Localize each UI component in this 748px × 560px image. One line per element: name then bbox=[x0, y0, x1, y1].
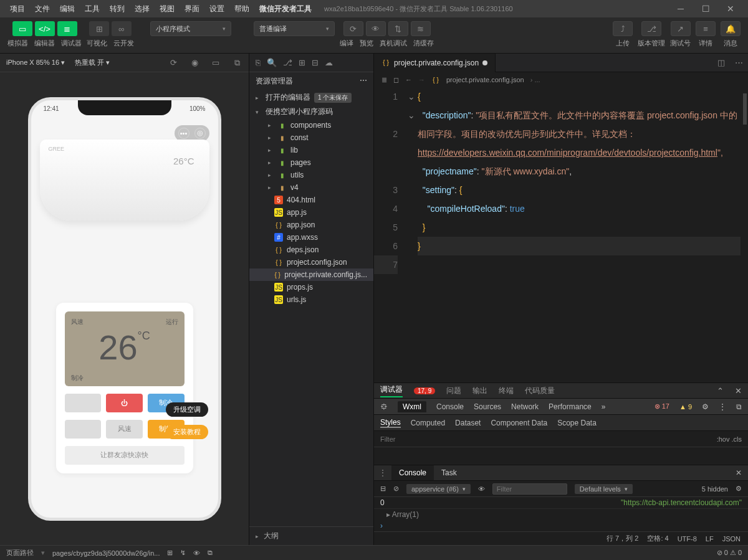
menu-project[interactable]: 项目 bbox=[5, 0, 30, 17]
remote-blank2-button[interactable] bbox=[65, 420, 102, 439]
menu-wechat-devtools[interactable]: 微信开发者工具 bbox=[254, 0, 317, 17]
language-mode[interactable]: JSON bbox=[722, 535, 741, 543]
devtools-close-icon[interactable]: ✕ bbox=[735, 386, 742, 396]
menu-help[interactable]: 帮助 bbox=[229, 0, 254, 17]
file-project-private-config[interactable]: { }project.private.config.js... bbox=[249, 268, 373, 281]
menu-ui[interactable]: 界面 bbox=[180, 0, 204, 17]
remote-power-button[interactable]: ⏻ bbox=[106, 394, 143, 412]
page-path[interactable]: pages/cbygz9da3j50000dw26g/in... bbox=[52, 549, 160, 557]
status-icon-3[interactable]: 👁 bbox=[193, 549, 200, 557]
stylestab-scopedata[interactable]: Scope Data bbox=[557, 419, 597, 427]
console-prompt[interactable]: › bbox=[374, 520, 748, 531]
console-hidden-count[interactable]: 5 hidden bbox=[702, 485, 728, 493]
consoletab-console[interactable]: Console bbox=[391, 465, 434, 480]
code-editor[interactable]: 1 2 34567 ⌄⌄ { "description": "项目私有配置文件。… bbox=[374, 87, 748, 382]
file-urls-js[interactable]: JSurls.js bbox=[249, 293, 373, 306]
file-404-html[interactable]: 5404.html bbox=[249, 194, 373, 206]
ext2-icon[interactable]: ⊟ bbox=[312, 58, 319, 67]
bc-back-icon[interactable]: ← bbox=[405, 76, 412, 83]
device-selector[interactable]: iPhone X 85% 16 ▾ bbox=[6, 59, 65, 67]
console-clear-icon[interactable]: ⊘ bbox=[393, 485, 399, 493]
console-more-icon[interactable]: ⋮ bbox=[374, 468, 391, 477]
explorer-icon[interactable]: ⎘ bbox=[256, 58, 261, 67]
compile-dropdown[interactable]: 普通编译▾ bbox=[254, 21, 335, 36]
inspect-icon[interactable]: ⯐ bbox=[380, 402, 388, 411]
chrometab-network[interactable]: Network bbox=[511, 402, 539, 411]
stylestab-computed[interactable]: Computed bbox=[411, 419, 445, 427]
simulator-button[interactable]: ▭ bbox=[12, 21, 32, 36]
consoletab-task[interactable]: Task bbox=[434, 465, 464, 480]
menu-goto[interactable]: 转到 bbox=[105, 0, 130, 17]
console-sidebar-icon[interactable]: ⊟ bbox=[380, 485, 386, 493]
detail-button[interactable]: ≡ bbox=[696, 21, 716, 36]
upgrade-pill[interactable]: 升级空调 bbox=[166, 402, 208, 417]
remote-blank-button[interactable] bbox=[65, 394, 102, 412]
menu-view[interactable]: 视图 bbox=[155, 0, 180, 17]
remote-wind-button[interactable]: 风速 bbox=[106, 420, 143, 439]
project-root[interactable]: ▾便携空调小程序源码 bbox=[249, 105, 373, 119]
devtab-debugger[interactable]: 调试器 bbox=[380, 384, 403, 397]
folder-pages[interactable]: ▸▮pages bbox=[249, 156, 373, 169]
devtab-problems[interactable]: 问题 bbox=[446, 386, 461, 396]
menu-select[interactable]: 选择 bbox=[130, 0, 155, 17]
stylestab-componentdata[interactable]: Component Data bbox=[491, 419, 547, 427]
file-deps-json[interactable]: { }deps.json bbox=[249, 244, 373, 256]
file-props-js[interactable]: JSprops.js bbox=[249, 281, 373, 293]
problems-summary[interactable]: ⊘ 0 ⚠ 0 bbox=[717, 549, 742, 557]
ext-icon[interactable]: ⊞ bbox=[299, 58, 305, 67]
chrometab-performance[interactable]: Performance bbox=[549, 402, 592, 411]
menu-file[interactable]: 文件 bbox=[30, 0, 55, 17]
styles-filter-input[interactable] bbox=[380, 435, 717, 443]
capsule-menu[interactable]: •••◎ bbox=[175, 125, 209, 141]
bc-menu-icon[interactable]: ≣ bbox=[381, 76, 387, 84]
version-button[interactable]: ⎇ bbox=[641, 21, 661, 36]
upload-button[interactable]: ⤴ bbox=[613, 21, 633, 36]
preview-button[interactable]: 👁 bbox=[366, 21, 386, 36]
editor-tab[interactable]: { }project.private.config.json bbox=[374, 54, 496, 72]
devtab-output[interactable]: 输出 bbox=[472, 386, 487, 396]
menu-tool[interactable]: 工具 bbox=[80, 0, 105, 17]
folder-const[interactable]: ▸▮const bbox=[249, 131, 373, 144]
remote-share-button[interactable]: 让群友凉快凉快 bbox=[65, 446, 185, 465]
eol[interactable]: LF bbox=[706, 535, 714, 543]
menu-setting[interactable]: 设置 bbox=[204, 0, 229, 17]
breadcrumb-path[interactable]: project.private.config.json bbox=[446, 76, 524, 83]
folder-lib[interactable]: ▸▮lib bbox=[249, 144, 373, 156]
stylestab-styles[interactable]: Styles bbox=[380, 418, 401, 428]
explorer-more-icon[interactable]: ⋯ bbox=[360, 76, 367, 87]
bc-bookmark-icon[interactable]: ◻ bbox=[393, 76, 399, 84]
capsule-more-icon[interactable]: ••• bbox=[178, 128, 189, 139]
capsule-close-icon[interactable]: ◎ bbox=[194, 128, 206, 139]
file-app-json[interactable]: { }app.json bbox=[249, 219, 373, 231]
file-app-js[interactable]: JSapp.js bbox=[249, 206, 373, 219]
status-icon-4[interactable]: ⧉ bbox=[208, 549, 213, 557]
console-close-icon[interactable]: ✕ bbox=[729, 468, 748, 477]
console-row-1[interactable]: ▸ Array(1) bbox=[374, 509, 748, 520]
chrome-more-icon[interactable]: ⋮ bbox=[719, 402, 726, 411]
bc-forward-icon[interactable]: → bbox=[418, 76, 425, 83]
styles-pane[interactable] bbox=[374, 447, 748, 465]
chrometab-more-icon[interactable]: » bbox=[602, 402, 606, 411]
editor-button[interactable]: </> bbox=[35, 21, 55, 36]
mode-dropdown[interactable]: 小程序模式▾ bbox=[150, 21, 231, 36]
chrome-dock-icon[interactable]: ⧉ bbox=[736, 402, 742, 411]
json-doc-url[interactable]: https://developers.weixin.qq.com/minipro… bbox=[418, 148, 717, 158]
console-filter-input[interactable] bbox=[492, 483, 567, 495]
phone-preview[interactable]: 12:41100% •••◎ GREE 26°C 风速运行 26°C 制冷 ⏻ bbox=[28, 97, 221, 521]
devtools-up-icon[interactable]: ⌃ bbox=[717, 386, 724, 396]
message-button[interactable]: 🔔 bbox=[721, 21, 741, 36]
menu-edit[interactable]: 编辑 bbox=[55, 0, 80, 17]
devtab-terminal[interactable]: 终端 bbox=[499, 386, 514, 396]
refresh-icon[interactable]: ⟳ bbox=[168, 58, 179, 67]
cloud-dev-button[interactable]: ∞ bbox=[112, 21, 132, 36]
split-editor-icon[interactable]: ◫ bbox=[712, 58, 730, 67]
warn-indicator[interactable]: ▲ 9 bbox=[679, 403, 692, 411]
record-icon[interactable]: ◉ bbox=[189, 58, 200, 67]
search-icon[interactable]: 🔍 bbox=[267, 58, 277, 67]
open-editors-section[interactable]: ▸打开的编辑器1 个未保存 bbox=[249, 90, 373, 105]
maximize-button[interactable]: ☐ bbox=[693, 0, 718, 17]
compile-button[interactable]: ⟳ bbox=[343, 21, 363, 36]
editor-more-icon[interactable]: ⋯ bbox=[730, 58, 748, 67]
folder-utils[interactable]: ▸▮utils bbox=[249, 169, 373, 181]
status-icon-2[interactable]: ↯ bbox=[180, 549, 186, 557]
